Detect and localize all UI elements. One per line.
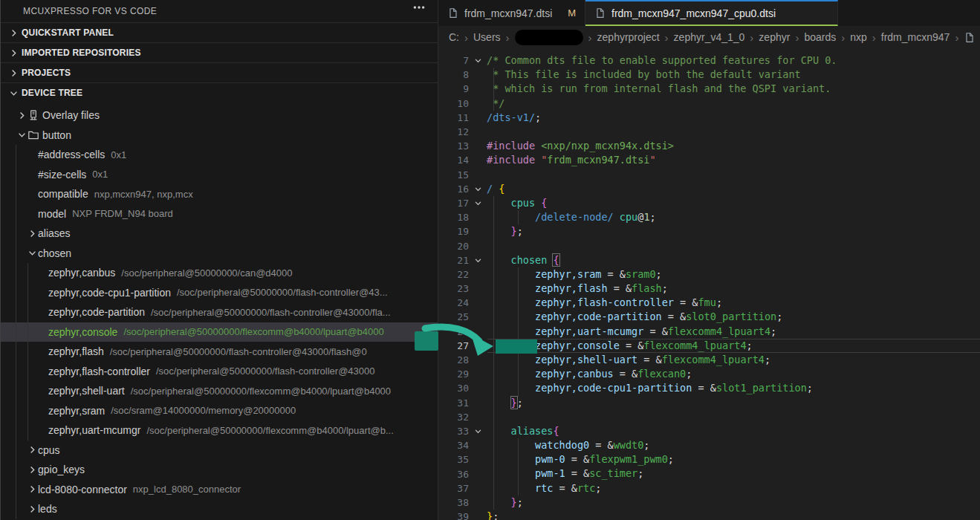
tree-item--address-cells[interactable]: #address-cells0x1 bbox=[1, 145, 438, 165]
fold-chevron-icon[interactable] bbox=[469, 198, 487, 208]
code-line-17[interactable]: 17 cpus { bbox=[438, 196, 980, 210]
code-line-28[interactable]: 28 zephyr,shell-uart = &flexcomm4_lpuart… bbox=[438, 353, 980, 367]
line-number[interactable]: 36 bbox=[438, 469, 469, 480]
line-number[interactable]: 25 bbox=[438, 311, 469, 322]
code-line-16[interactable]: 16/ { bbox=[438, 182, 980, 196]
code-line-27[interactable]: 27 zephyr,console = &flexcomm4_lpuart4; bbox=[438, 339, 980, 353]
tree-item-gpio-keys[interactable]: gpio_keys bbox=[1, 460, 438, 480]
chevron-down-icon[interactable] bbox=[16, 129, 27, 141]
code-text[interactable]: aliases{ bbox=[487, 424, 559, 438]
tree-item-zephyr-shell-uart[interactable]: zephyr,shell-uart/soc/peripheral@5000000… bbox=[1, 381, 438, 401]
chevron-right-icon[interactable] bbox=[7, 47, 20, 59]
tree-item-zephyr-uart-mcumgr[interactable]: zephyr,uart-mcumgr/soc/peripheral@500000… bbox=[1, 420, 438, 441]
breadcrumb-item-zephyrproject[interactable]: zephyrproject bbox=[597, 31, 660, 43]
breadcrumb-item-boards[interactable]: boards bbox=[804, 31, 836, 43]
code-line-36[interactable]: 36 pwm-1 = &sc_timer; bbox=[438, 467, 980, 481]
code-line-37[interactable]: 37 rtc = &rtc; bbox=[438, 481, 980, 495]
code-line-18[interactable]: 18 /delete-node/ cpu@1; bbox=[438, 210, 980, 224]
more-actions-icon[interactable] bbox=[412, 1, 426, 16]
code-text[interactable]: /delete-node/ cpu@1; bbox=[487, 210, 656, 224]
fold-chevron-icon[interactable] bbox=[469, 184, 487, 194]
chevron-right-icon[interactable] bbox=[7, 67, 20, 79]
code-line-39[interactable]: 39}; bbox=[438, 510, 980, 520]
code-text[interactable]: /* Common dts file to enable supported f… bbox=[487, 53, 837, 68]
line-number[interactable]: 18 bbox=[438, 212, 469, 223]
code-line-29[interactable]: 29 zephyr,canbus = &flexcan0; bbox=[438, 367, 980, 381]
code-line-31[interactable]: 31 }; bbox=[438, 396, 980, 410]
tree-item--size-cells[interactable]: #size-cells0x1 bbox=[1, 165, 438, 185]
code-line-20[interactable]: 20 bbox=[438, 238, 980, 253]
line-number[interactable]: 21 bbox=[438, 255, 469, 266]
code-text[interactable]: zephyr,canbus = &flexcan0; bbox=[487, 367, 692, 381]
chevron-right-icon[interactable] bbox=[7, 27, 20, 39]
breadcrumb-item-zephyr[interactable]: zephyr bbox=[759, 31, 790, 43]
code-line-13[interactable]: 13#include <nxp/nxp_mcxn94x.dtsi> bbox=[438, 139, 980, 153]
section-header-device-tree[interactable]: DEVICE TREE bbox=[1, 82, 438, 103]
code-text[interactable]: chosen { bbox=[487, 253, 559, 267]
tree-item-model[interactable]: modelNXP FRDM_N94 board bbox=[1, 204, 438, 224]
code-text[interactable]: }; bbox=[487, 495, 523, 510]
tree-item-zephyr-code-cpu1-partition[interactable]: zephyr,code-cpu1-partition/soc/periphera… bbox=[1, 283, 438, 303]
code-line-15[interactable]: 15 bbox=[438, 168, 980, 182]
line-number[interactable]: 19 bbox=[438, 226, 469, 237]
line-number[interactable]: 9 bbox=[438, 83, 469, 94]
code-line-26[interactable]: 26 zephyr,uart-mcumgr = &flexcomm4_lpuar… bbox=[438, 325, 980, 339]
tab-frdm-mcxn947-dtsi[interactable]: frdm_mcxn947.dtsiM bbox=[438, 0, 585, 26]
line-number[interactable]: 38 bbox=[438, 497, 469, 508]
tree-item-chosen[interactable]: chosen bbox=[1, 244, 438, 264]
fold-chevron-icon[interactable] bbox=[469, 256, 487, 265]
tree-item-zephyr-flash[interactable]: zephyr,flash/soc/peripheral@50000000/fla… bbox=[1, 342, 438, 362]
code-line-30[interactable]: 30 zephyr,code-cpu1-partition = &slot1_p… bbox=[438, 381, 980, 395]
code-line-21[interactable]: 21 chosen { bbox=[438, 253, 980, 267]
breadcrumb-item-frdm-mcxn947[interactable]: frdm_mcxn947 bbox=[881, 31, 950, 43]
chevron-right-icon[interactable] bbox=[26, 503, 38, 515]
chevron-right-icon[interactable] bbox=[26, 484, 38, 495]
line-number[interactable]: 32 bbox=[438, 412, 469, 423]
code-text[interactable]: }; bbox=[487, 224, 523, 238]
tree-item-lcd-8080-connector[interactable]: lcd-8080-connectornxp_lcd_8080_connector bbox=[1, 480, 438, 500]
line-number[interactable]: 12 bbox=[438, 126, 469, 137]
line-number[interactable]: 30 bbox=[438, 383, 469, 394]
code-text[interactable]: zephyr,sram = &sram0; bbox=[487, 267, 662, 282]
code-text[interactable]: zephyr,code-partition = &slot0_partition… bbox=[487, 310, 782, 324]
line-number[interactable]: 27 bbox=[438, 340, 469, 351]
line-number[interactable]: 20 bbox=[438, 241, 469, 252]
tree-item-zephyr-sram[interactable]: zephyr,sram/soc/sram@14000000/memory@200… bbox=[1, 401, 438, 421]
code-text[interactable]: */ bbox=[487, 97, 504, 111]
code-text[interactable]: zephyr,uart-mcumgr = &flexcomm4_lpuart4; bbox=[487, 325, 776, 339]
code-line-8[interactable]: 8 * This file is included by both the de… bbox=[438, 68, 980, 82]
chevron-down-icon[interactable] bbox=[7, 87, 20, 99]
code-line-34[interactable]: 34 watchdog0 = &wwdt0; bbox=[438, 438, 980, 452]
code-text[interactable]: }; bbox=[487, 510, 499, 520]
code-line-11[interactable]: 11/dts-v1/; bbox=[438, 111, 980, 125]
line-number[interactable]: 16 bbox=[438, 183, 469, 195]
tree-item-zephyr-canbus[interactable]: zephyr,canbus/soc/peripheral@50000000/ca… bbox=[1, 263, 438, 283]
section-header-projects[interactable]: PROJECTS bbox=[1, 62, 438, 82]
tree-item-cpus[interactable]: cpus bbox=[1, 441, 438, 461]
code-text[interactable]: zephyr,flash = &flash; bbox=[487, 282, 668, 296]
code-line-10[interactable]: 10 */ bbox=[438, 97, 980, 111]
chevron-down-icon[interactable] bbox=[26, 247, 38, 259]
tree-item-button[interactable]: button bbox=[1, 126, 438, 146]
line-number[interactable]: 37 bbox=[438, 483, 469, 494]
code-text[interactable]: zephyr,flash-controller = &fmu; bbox=[487, 296, 722, 310]
code-text[interactable]: zephyr,code-cpu1-partition = &slot1_part… bbox=[487, 381, 813, 395]
line-number[interactable]: 34 bbox=[438, 440, 469, 451]
chevron-right-icon[interactable] bbox=[26, 227, 38, 239]
code-editor[interactable]: 7/* Common dts file to enable supported … bbox=[438, 48, 980, 520]
chevron-right-icon[interactable] bbox=[26, 464, 38, 475]
code-text[interactable]: #include <nxp/nxp_mcxn94x.dtsi> bbox=[487, 139, 674, 153]
section-header-quickstart-panel[interactable]: QUICKSTART PANEL bbox=[1, 22, 438, 42]
code-line-19[interactable]: 19 }; bbox=[438, 224, 980, 238]
fold-chevron-icon[interactable] bbox=[469, 426, 487, 436]
line-number[interactable]: 29 bbox=[438, 368, 469, 380]
line-number[interactable]: 13 bbox=[438, 140, 469, 152]
code-text[interactable]: rtc = &rtc; bbox=[487, 481, 601, 495]
code-line-24[interactable]: 24 zephyr,flash-controller = &fmu; bbox=[438, 296, 980, 310]
fold-chevron-icon[interactable] bbox=[469, 56, 487, 65]
tree-item-zephyr-flash-controller[interactable]: zephyr,flash-controller/soc/peripheral@5… bbox=[1, 362, 438, 382]
code-text[interactable]: cpus { bbox=[487, 196, 547, 210]
code-text[interactable]: watchdog0 = &wwdt0; bbox=[487, 438, 649, 452]
breadcrumb-item-nxp[interactable]: nxp bbox=[850, 31, 867, 43]
line-number[interactable]: 33 bbox=[438, 426, 469, 437]
